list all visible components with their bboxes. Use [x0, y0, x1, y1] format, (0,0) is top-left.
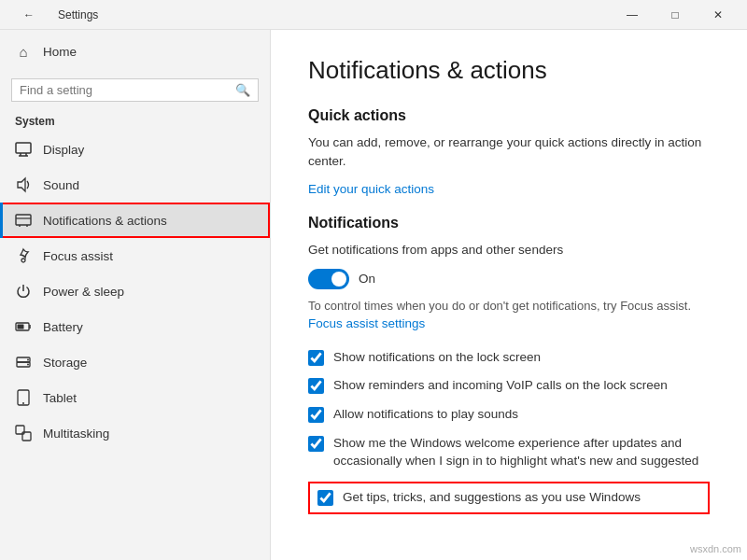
sound-icon	[15, 176, 32, 193]
focus-note-text: To control times when you do or don't ge…	[308, 299, 691, 313]
maximize-button[interactable]: □	[654, 0, 697, 30]
toggle-knob	[331, 272, 346, 287]
checkbox-voip-input[interactable]	[308, 378, 324, 394]
checkbox-sounds: Allow notifications to play sounds	[308, 406, 710, 424]
sidebar-item-focus-label: Focus assist	[43, 249, 113, 263]
title-bar-left: ← Settings	[7, 0, 98, 30]
minimize-icon: —	[627, 8, 638, 21]
checkbox-tips-label: Get tips, tricks, and suggestions as you…	[343, 489, 641, 507]
display-icon	[15, 141, 32, 158]
checkbox-welcome: Show me the Windows welcome experience a…	[308, 435, 710, 470]
close-icon: ✕	[713, 8, 723, 21]
get-notifications-label: Get notifications from apps and other se…	[308, 241, 710, 259]
svg-point-16	[27, 359, 29, 361]
checkbox-sounds-label: Allow notifications to play sounds	[333, 406, 518, 424]
sidebar-item-home-label: Home	[43, 45, 77, 59]
svg-point-17	[27, 364, 29, 366]
storage-icon	[15, 354, 32, 371]
app-body: ⌂ Home 🔍 System Display	[0, 30, 747, 560]
main-content: Notifications & actions Quick actions Yo…	[271, 30, 747, 560]
battery-icon	[15, 318, 32, 335]
notifications-title: Notifications	[308, 215, 710, 231]
edit-quick-actions-link[interactable]: Edit your quick actions	[308, 182, 434, 196]
sidebar-item-multitasking[interactable]: Multitasking	[0, 415, 270, 451]
sidebar-item-battery-label: Battery	[43, 320, 83, 334]
page-title: Notifications & actions	[308, 56, 710, 85]
toggle-state-label: On	[359, 272, 375, 286]
sidebar: ⌂ Home 🔍 System Display	[0, 30, 271, 560]
sidebar-item-power[interactable]: Power & sleep	[0, 273, 270, 309]
minimize-button[interactable]: —	[611, 0, 654, 30]
checkbox-voip-label: Show reminders and incoming VoIP calls o…	[333, 377, 668, 395]
sidebar-item-display-label: Display	[43, 143, 84, 157]
toggle-row: On	[308, 269, 710, 289]
svg-rect-5	[16, 215, 31, 225]
focus-icon	[15, 247, 32, 264]
sidebar-item-power-label: Power & sleep	[43, 285, 124, 299]
checkbox-tips-highlighted: Get tips, tricks, and suggestions as you…	[308, 482, 710, 514]
sidebar-item-storage[interactable]: Storage	[0, 344, 270, 380]
notifications-toggle[interactable]	[308, 269, 349, 289]
maximize-icon: □	[671, 8, 678, 21]
sidebar-item-notifications[interactable]: Notifications & actions	[0, 203, 270, 238]
sidebar-item-storage-label: Storage	[43, 356, 87, 370]
home-icon: ⌂	[15, 43, 32, 60]
close-button[interactable]: ✕	[697, 0, 740, 30]
checkbox-lock-screen-input[interactable]	[308, 350, 324, 366]
sidebar-item-focus[interactable]: Focus assist	[0, 238, 270, 273]
sidebar-search[interactable]: 🔍	[11, 78, 259, 102]
multitasking-icon	[15, 425, 32, 441]
checkbox-welcome-input[interactable]	[308, 436, 324, 452]
title-bar-controls: — □ ✕	[611, 0, 740, 30]
checkbox-welcome-label: Show me the Windows welcome experience a…	[333, 435, 710, 470]
checkbox-lock-screen: Show notifications on the lock screen	[308, 349, 710, 367]
sidebar-item-display[interactable]: Display	[0, 132, 270, 167]
title-bar-title: Settings	[58, 8, 98, 21]
checkbox-voip: Show reminders and incoming VoIP calls o…	[308, 377, 710, 395]
sidebar-item-battery[interactable]: Battery	[0, 309, 270, 344]
title-bar: ← Settings — □ ✕	[0, 0, 747, 30]
sidebar-section-title: System	[0, 109, 270, 132]
back-icon: ←	[23, 8, 35, 21]
focus-assist-link[interactable]: Focus assist settings	[308, 316, 425, 330]
svg-rect-11	[18, 325, 24, 329]
quick-actions-title: Quick actions	[308, 107, 710, 124]
search-icon: 🔍	[235, 83, 250, 97]
sidebar-item-sound[interactable]: Sound	[0, 167, 270, 203]
sidebar-item-tablet-label: Tablet	[43, 391, 77, 405]
notifications-icon	[15, 212, 32, 229]
checkbox-tips-input[interactable]	[317, 490, 333, 506]
svg-marker-4	[18, 178, 25, 191]
sidebar-item-home[interactable]: ⌂ Home	[0, 34, 270, 69]
svg-rect-0	[16, 143, 31, 153]
power-icon	[15, 283, 32, 300]
watermark: wsxdn.com	[690, 543, 741, 554]
back-button[interactable]: ←	[7, 0, 50, 30]
sidebar-item-sound-label: Sound	[43, 178, 79, 192]
quick-actions-desc: You can add, remove, or rearrange your q…	[308, 133, 710, 172]
sidebar-item-tablet[interactable]: Tablet	[0, 380, 270, 415]
svg-point-9	[21, 259, 25, 262]
search-input[interactable]	[20, 83, 230, 97]
svg-point-19	[22, 402, 24, 404]
checkbox-lock-screen-label: Show notifications on the lock screen	[333, 349, 541, 367]
sidebar-item-multitasking-label: Multitasking	[43, 427, 109, 441]
sidebar-item-notifications-label: Notifications & actions	[43, 214, 167, 228]
checkbox-sounds-input[interactable]	[308, 407, 324, 423]
focus-note: To control times when you do or don't ge…	[308, 297, 710, 334]
tablet-icon	[15, 389, 32, 406]
